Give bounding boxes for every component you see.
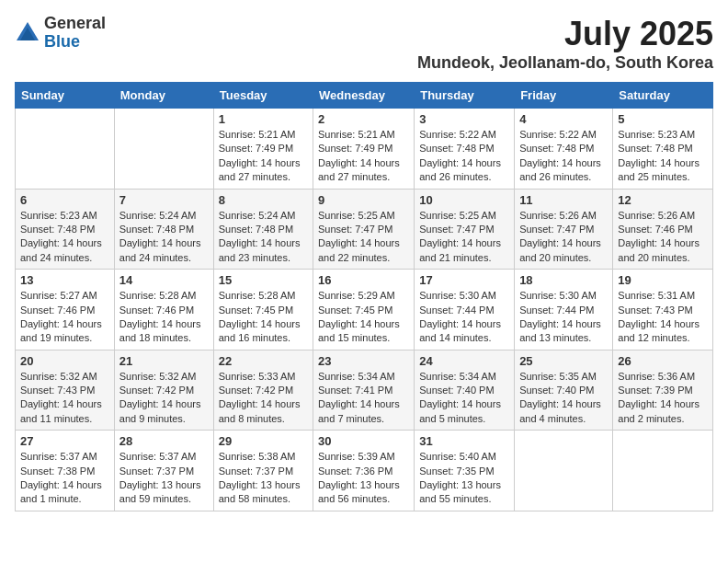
day-detail: Sunrise: 5:26 AMSunset: 7:47 PMDaylight:… — [519, 209, 608, 266]
calendar-cell: 10Sunrise: 5:25 AMSunset: 7:47 PMDayligh… — [415, 189, 515, 270]
day-detail: Sunrise: 5:30 AMSunset: 7:44 PMDaylight:… — [519, 289, 608, 346]
day-number: 1 — [219, 112, 308, 126]
logo-general: General — [44, 15, 106, 33]
day-detail: Sunrise: 5:35 AMSunset: 7:40 PMDaylight:… — [519, 370, 608, 427]
day-number: 6 — [20, 193, 109, 207]
month-title: July 2025 — [417, 15, 713, 53]
day-number: 9 — [318, 193, 409, 207]
weekday-header: Monday — [114, 83, 213, 109]
day-number: 19 — [618, 273, 708, 287]
day-number: 29 — [219, 434, 308, 448]
day-number: 13 — [20, 273, 109, 287]
calendar-cell: 13Sunrise: 5:27 AMSunset: 7:46 PMDayligh… — [16, 270, 115, 350]
day-number: 15 — [219, 273, 308, 287]
day-detail: Sunrise: 5:24 AMSunset: 7:48 PMDaylight:… — [219, 209, 308, 266]
day-detail: Sunrise: 5:31 AMSunset: 7:43 PMDaylight:… — [618, 289, 708, 346]
calendar-cell: 16Sunrise: 5:29 AMSunset: 7:45 PMDayligh… — [313, 270, 415, 350]
day-number: 5 — [618, 112, 708, 126]
calendar-cell: 3Sunrise: 5:22 AMSunset: 7:48 PMDaylight… — [415, 109, 515, 190]
day-detail: Sunrise: 5:34 AMSunset: 7:40 PMDaylight:… — [419, 370, 509, 427]
calendar-cell: 28Sunrise: 5:37 AMSunset: 7:37 PMDayligh… — [114, 431, 213, 511]
weekday-header: Saturday — [613, 83, 713, 109]
day-number: 16 — [318, 273, 409, 287]
calendar-week-row: 27Sunrise: 5:37 AMSunset: 7:38 PMDayligh… — [16, 431, 713, 511]
day-detail: Sunrise: 5:24 AMSunset: 7:48 PMDaylight:… — [119, 209, 209, 266]
day-detail: Sunrise: 5:22 AMSunset: 7:48 PMDaylight:… — [519, 128, 608, 185]
day-number: 8 — [219, 193, 308, 207]
calendar-cell — [16, 109, 115, 190]
day-detail: Sunrise: 5:36 AMSunset: 7:39 PMDaylight:… — [618, 370, 708, 427]
day-number: 20 — [20, 354, 109, 368]
title-block: July 2025 Mundeok, Jeollanam-do, South K… — [417, 15, 713, 73]
day-number: 26 — [618, 354, 708, 368]
day-number: 4 — [519, 112, 608, 126]
day-number: 27 — [20, 434, 109, 448]
day-detail: Sunrise: 5:30 AMSunset: 7:44 PMDaylight:… — [419, 289, 509, 346]
day-detail: Sunrise: 5:37 AMSunset: 7:37 PMDaylight:… — [119, 450, 209, 507]
day-number: 14 — [119, 273, 209, 287]
calendar-cell: 25Sunrise: 5:35 AMSunset: 7:40 PMDayligh… — [515, 350, 613, 431]
weekday-header: Friday — [515, 83, 613, 109]
day-number: 11 — [519, 193, 608, 207]
day-detail: Sunrise: 5:39 AMSunset: 7:36 PMDaylight:… — [318, 450, 409, 507]
day-detail: Sunrise: 5:34 AMSunset: 7:41 PMDaylight:… — [318, 370, 409, 427]
calendar-cell: 17Sunrise: 5:30 AMSunset: 7:44 PMDayligh… — [415, 270, 515, 350]
calendar-week-row: 1Sunrise: 5:21 AMSunset: 7:49 PMDaylight… — [16, 109, 713, 190]
calendar-week-row: 6Sunrise: 5:23 AMSunset: 7:48 PMDaylight… — [16, 189, 713, 270]
calendar-cell: 6Sunrise: 5:23 AMSunset: 7:48 PMDaylight… — [16, 189, 115, 270]
calendar-cell: 19Sunrise: 5:31 AMSunset: 7:43 PMDayligh… — [613, 270, 713, 350]
location-title: Mundeok, Jeollanam-do, South Korea — [417, 53, 713, 73]
calendar-cell — [613, 431, 713, 511]
calendar-cell: 21Sunrise: 5:32 AMSunset: 7:42 PMDayligh… — [114, 350, 213, 431]
day-number: 30 — [318, 434, 409, 448]
weekday-header: Sunday — [16, 83, 115, 109]
day-number: 12 — [618, 193, 708, 207]
day-number: 2 — [318, 112, 409, 126]
logo: General Blue — [15, 15, 106, 52]
day-number: 28 — [119, 434, 209, 448]
day-detail: Sunrise: 5:32 AMSunset: 7:42 PMDaylight:… — [119, 370, 209, 427]
calendar-cell — [114, 109, 213, 190]
day-detail: Sunrise: 5:25 AMSunset: 7:47 PMDaylight:… — [419, 209, 509, 266]
day-number: 18 — [519, 273, 608, 287]
day-detail: Sunrise: 5:22 AMSunset: 7:48 PMDaylight:… — [419, 128, 509, 185]
calendar-cell: 1Sunrise: 5:21 AMSunset: 7:49 PMDaylight… — [213, 109, 313, 190]
day-detail: Sunrise: 5:40 AMSunset: 7:35 PMDaylight:… — [419, 450, 509, 507]
day-number: 10 — [419, 193, 509, 207]
day-detail: Sunrise: 5:27 AMSunset: 7:46 PMDaylight:… — [20, 289, 109, 346]
day-detail: Sunrise: 5:25 AMSunset: 7:47 PMDaylight:… — [318, 209, 409, 266]
day-number: 17 — [419, 273, 509, 287]
page-header: General Blue July 2025 Mundeok, Jeollana… — [15, 15, 713, 73]
calendar-cell: 22Sunrise: 5:33 AMSunset: 7:42 PMDayligh… — [213, 350, 313, 431]
calendar-cell: 7Sunrise: 5:24 AMSunset: 7:48 PMDaylight… — [114, 189, 213, 270]
day-number: 21 — [119, 354, 209, 368]
day-detail: Sunrise: 5:28 AMSunset: 7:46 PMDaylight:… — [119, 289, 209, 346]
calendar-cell: 26Sunrise: 5:36 AMSunset: 7:39 PMDayligh… — [613, 350, 713, 431]
calendar-week-row: 13Sunrise: 5:27 AMSunset: 7:46 PMDayligh… — [16, 270, 713, 350]
day-number: 23 — [318, 354, 409, 368]
day-number: 31 — [419, 434, 509, 448]
calendar-cell: 8Sunrise: 5:24 AMSunset: 7:48 PMDaylight… — [213, 189, 313, 270]
weekday-header: Tuesday — [213, 83, 313, 109]
logo-blue: Blue — [44, 33, 106, 52]
day-detail: Sunrise: 5:26 AMSunset: 7:46 PMDaylight:… — [618, 209, 708, 266]
day-detail: Sunrise: 5:28 AMSunset: 7:45 PMDaylight:… — [219, 289, 308, 346]
day-detail: Sunrise: 5:32 AMSunset: 7:43 PMDaylight:… — [20, 370, 109, 427]
calendar-cell: 18Sunrise: 5:30 AMSunset: 7:44 PMDayligh… — [515, 270, 613, 350]
calendar-cell: 20Sunrise: 5:32 AMSunset: 7:43 PMDayligh… — [16, 350, 115, 431]
day-detail: Sunrise: 5:38 AMSunset: 7:37 PMDaylight:… — [219, 450, 308, 507]
day-number: 22 — [219, 354, 308, 368]
day-number: 25 — [519, 354, 608, 368]
weekday-header: Wednesday — [313, 83, 415, 109]
calendar-cell: 15Sunrise: 5:28 AMSunset: 7:45 PMDayligh… — [213, 270, 313, 350]
calendar-cell: 31Sunrise: 5:40 AMSunset: 7:35 PMDayligh… — [415, 431, 515, 511]
calendar-cell: 2Sunrise: 5:21 AMSunset: 7:49 PMDaylight… — [313, 109, 415, 190]
day-detail: Sunrise: 5:21 AMSunset: 7:49 PMDaylight:… — [219, 128, 308, 185]
calendar-cell: 11Sunrise: 5:26 AMSunset: 7:47 PMDayligh… — [515, 189, 613, 270]
logo-text: General Blue — [44, 15, 106, 52]
calendar-cell: 4Sunrise: 5:22 AMSunset: 7:48 PMDaylight… — [515, 109, 613, 190]
calendar-header-row: SundayMondayTuesdayWednesdayThursdayFrid… — [16, 83, 713, 109]
calendar-cell: 14Sunrise: 5:28 AMSunset: 7:46 PMDayligh… — [114, 270, 213, 350]
calendar-cell: 5Sunrise: 5:23 AMSunset: 7:48 PMDaylight… — [613, 109, 713, 190]
logo-icon — [15, 20, 40, 46]
